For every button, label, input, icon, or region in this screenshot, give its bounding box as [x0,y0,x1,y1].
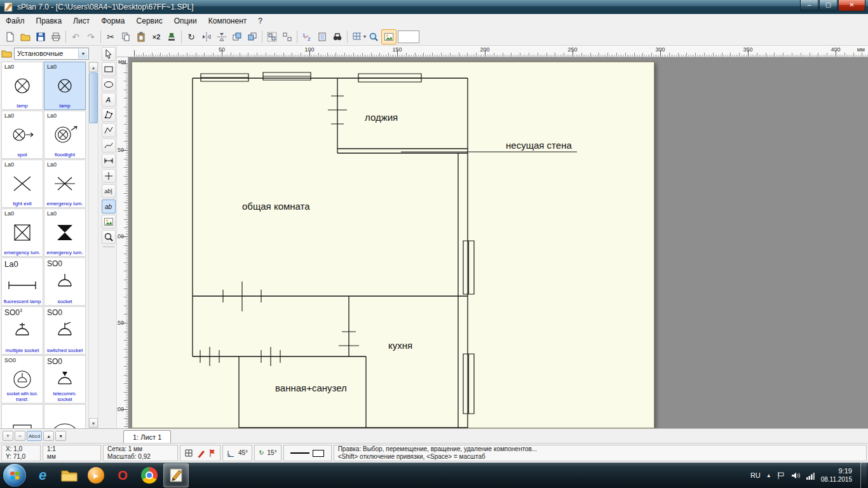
language-indicator[interactable]: RU [750,471,761,479]
menu-component[interactable]: Компонент [203,15,253,27]
component-switched-socket[interactable]: SO0 switched socket [44,306,86,355]
component-multiple-socket[interactable]: SO03 multiple socket [1,306,43,355]
zoom-out-symbols-button[interactable]: − [15,431,25,441]
room-label-living[interactable]: общая комната [242,201,310,212]
component-emergency-lum-2[interactable]: La0 emergency lum. [1,208,43,257]
zoom-button[interactable] [366,29,381,44]
ellipse-tool[interactable] [102,78,116,92]
mirror-horizontal-button[interactable] [199,29,214,44]
taskbar-splan-active[interactable] [163,463,189,487]
renumber-button[interactable]: 1 2 [299,29,315,44]
taskbar-ie[interactable]: e [30,463,55,487]
library-folder-icon[interactable] [1,49,12,58]
titlebar[interactable]: sPlan 7.0 - [C:\Users\08A4~1\Desktop\67F… [0,0,868,14]
show-desktop-button[interactable] [860,463,867,488]
maximize-button[interactable]: ▢ [819,0,837,11]
line-style-sample[interactable] [290,452,309,454]
angle-step-panel[interactable]: 45° [222,445,252,461]
component-socket[interactable]: SO0 socket [44,257,86,306]
drawing-canvas[interactable]: лоджия несущая стена общая комната кухня… [128,57,868,428]
label-tool[interactable]: ab| [102,184,116,198]
image-tool[interactable] [102,215,116,229]
library-category-select[interactable]: Установочные ▼ [14,48,89,60]
start-button[interactable] [3,464,26,487]
print-button[interactable] [48,29,64,44]
walls[interactable] [193,78,468,428]
room-label-loggia[interactable]: лоджия [365,112,398,123]
component-socket-isol-transf[interactable]: SO0 socket with isol. transf. [1,355,43,403]
component-fluorescent-lamp[interactable]: La0 fluorescent lamp [1,257,43,306]
library-up-button[interactable]: ▲ [43,431,54,441]
pen-icon[interactable] [196,449,205,458]
library-scrollbar[interactable]: ▲ ▼ [88,62,98,428]
polygon-tool[interactable] [102,108,116,122]
tray-flag-icon[interactable] [777,471,785,480]
bezier-tool[interactable] [102,139,116,152]
rotate-button[interactable]: ↻ [184,29,199,44]
taskbar-chrome[interactable] [137,463,162,487]
menu-edit[interactable]: Правка [31,15,68,27]
group-button[interactable] [264,29,280,44]
zoom-in-symbols-button[interactable]: + [3,431,13,441]
send-back-button[interactable] [245,29,260,44]
tray-expand-icon[interactable]: ▲ [766,473,771,478]
component-partial-1[interactable] [1,404,43,428]
library-down-button[interactable]: ▼ [55,431,66,441]
select-caret-icon[interactable]: ▼ [78,49,88,58]
rotate-step-panel[interactable]: ↻ 15° [254,445,281,461]
polyline-tool[interactable] [102,123,116,137]
abcd-button[interactable]: Abcd [27,431,42,441]
component-floodlight[interactable]: La0 floodlight [44,111,86,159]
taskbar-explorer[interactable] [57,463,82,487]
sheet[interactable]: лоджия несущая стена общая комната кухня… [132,62,654,428]
text-tool[interactable]: A [102,93,116,107]
new-button[interactable] [3,29,18,44]
textbox-tool[interactable]: ab [102,200,116,214]
opening-ticks[interactable] [200,96,359,366]
duplicate-button[interactable]: ×2 [149,29,164,44]
tray-network-icon[interactable] [806,471,815,480]
component-telecomm-socket[interactable]: SO0 telecomm. socket [44,355,86,403]
component-light-exit[interactable]: La0 light exit [1,159,43,208]
stamp-button[interactable] [164,29,179,44]
clock[interactable]: 9:19 08.11.2015 [821,467,855,484]
zoom-tool[interactable] [102,230,116,244]
paste-button[interactable] [133,29,149,44]
component-lamp-selected[interactable]: La0 lamp [44,62,86,110]
tray-volume-icon[interactable] [791,471,800,480]
label-bearing-wall[interactable]: несущая стена [506,140,572,151]
minimize-button[interactable]: – [800,0,818,11]
background-image-button[interactable] [381,29,397,44]
tab-sheet-1[interactable]: 1: Лист 1 [123,430,171,443]
taskbar-opera[interactable]: O [110,463,135,487]
menu-help[interactable]: ? [252,15,268,27]
scroll-up-button[interactable]: ▲ [89,62,98,72]
copy-button[interactable] [118,29,133,44]
component-emergency-lum-3[interactable]: La0 emergency lum. [44,208,86,257]
rectangle-tool[interactable] [102,62,116,76]
menu-options[interactable]: Опции [168,15,203,27]
ungroup-button[interactable] [280,29,295,44]
save-button[interactable] [33,29,48,44]
component-lamp[interactable]: La0 lamp [1,62,43,110]
bring-front-button[interactable] [229,29,245,44]
node-tool[interactable] [102,169,116,183]
menu-sheet[interactable]: Лист [67,15,95,27]
scrollbar-thumb[interactable] [89,72,98,123]
dimension-tool[interactable] [102,154,116,168]
grid-toggle-icon[interactable] [184,449,193,458]
flag-icon[interactable] [208,449,216,458]
undo-button[interactable]: ↶ [68,29,83,44]
search-button[interactable] [330,29,345,44]
cut-button[interactable]: ✂ [103,29,118,44]
mirror-vertical-button[interactable] [214,29,229,44]
parts-list-button[interactable] [315,29,330,44]
floor-plan[interactable]: лоджия несущая стена общая комната кухня… [132,62,655,428]
open-button[interactable] [18,29,33,44]
menu-service[interactable]: Сервис [131,15,168,27]
room-label-bath[interactable]: ванная+санузел [275,383,347,393]
scroll-down-button[interactable]: ▼ [89,418,98,428]
taskbar-media-player[interactable]: ▶ [83,463,109,487]
color-well[interactable] [398,30,419,43]
menu-form[interactable]: Форма [95,15,130,27]
